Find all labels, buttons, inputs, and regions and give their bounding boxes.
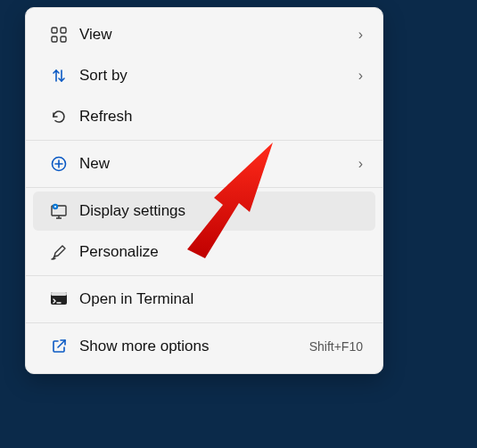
chevron-right-icon: › (358, 156, 363, 172)
separator (26, 275, 382, 276)
menu-item-label: Sort by (72, 67, 358, 85)
menu-item-label: Refresh (72, 108, 363, 126)
desktop-context-menu: View › Sort by › Refresh New › Display s… (25, 7, 383, 374)
svg-rect-1 (61, 28, 66, 33)
svg-rect-9 (51, 292, 67, 296)
svg-rect-0 (52, 28, 57, 33)
menu-item-open-terminal[interactable]: Open in Terminal (33, 280, 375, 319)
menu-item-view[interactable]: View › (33, 15, 375, 54)
menu-item-sort[interactable]: Sort by › (33, 56, 375, 95)
menu-item-label: New (72, 155, 358, 173)
separator (26, 140, 382, 141)
external-icon (45, 338, 72, 355)
plus-circle-icon (45, 155, 72, 173)
grid-icon (45, 26, 72, 44)
menu-item-label: View (72, 26, 358, 44)
menu-item-personalize[interactable]: Personalize (33, 232, 375, 272)
svg-rect-2 (52, 37, 57, 42)
menu-item-label: Personalize (72, 243, 363, 261)
brush-icon (45, 243, 72, 261)
menu-item-label: Open in Terminal (72, 290, 363, 308)
menu-item-show-more-options[interactable]: Show more options Shift+F10 (33, 327, 375, 366)
sort-icon (45, 67, 72, 85)
menu-item-display-settings[interactable]: Display settings (33, 191, 375, 231)
menu-item-refresh[interactable]: Refresh (33, 97, 375, 136)
display-gear-icon (45, 202, 72, 220)
refresh-icon (45, 108, 72, 126)
menu-item-shortcut: Shift+F10 (309, 339, 363, 354)
separator (26, 322, 382, 323)
menu-item-label: Display settings (72, 202, 363, 220)
chevron-right-icon: › (358, 27, 363, 43)
menu-item-new[interactable]: New › (33, 144, 375, 183)
separator (26, 187, 382, 188)
svg-point-7 (54, 206, 56, 208)
terminal-icon (45, 291, 72, 307)
chevron-right-icon: › (358, 68, 363, 84)
svg-rect-3 (61, 37, 66, 42)
menu-item-label: Show more options (72, 338, 309, 355)
